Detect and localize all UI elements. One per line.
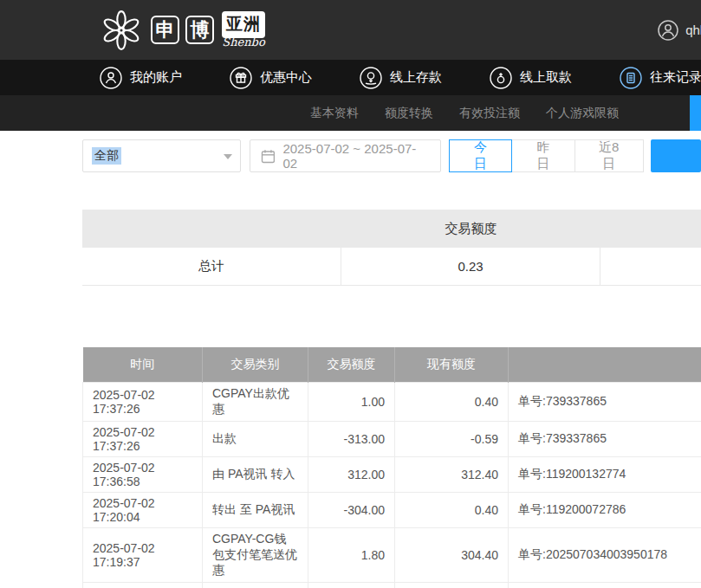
column-header-amount: 交易额度 [308, 347, 395, 382]
cell-balance: 304.40 [395, 527, 509, 582]
account-icon [100, 67, 122, 89]
brand-logo[interactable]: 申 博 亚洲 Shenbo [98, 9, 265, 52]
summary-total-label: 总计 [82, 248, 341, 285]
column-header-type: 交易类别 [203, 347, 308, 382]
cell-time: 2025-07-02 17:19:37 [83, 582, 203, 588]
date-range-value: 2025-07-02 ~ 2025-07-02 [282, 141, 429, 171]
table-row: 2025-07-02 17:19:37 CGPAY支付 300.00 302.6… [83, 582, 701, 588]
filter-bar: 全部 2025-07-02 ~ 2025-07-02 今日 昨日 近8日 [82, 139, 701, 174]
calendar-icon [261, 149, 276, 164]
nav-label: 我的账户 [130, 69, 182, 86]
search-button[interactable] [651, 139, 701, 172]
logo-region-label: 亚洲 [222, 11, 265, 38]
quick-date-buttons: 今日 昨日 近8日 [450, 139, 644, 172]
cell-summary: 单号:739337865 [509, 382, 701, 421]
cell-type: 出款 [203, 421, 308, 456]
cell-amount: -304.00 [308, 492, 395, 527]
type-select[interactable]: 全部 [82, 139, 241, 172]
nav-label: 优惠中心 [260, 69, 312, 86]
cell-time: 2025-07-02 17:20:04 [83, 492, 203, 527]
table-row: 2025-07-02 17:36:58 由 PA视讯 转入 312.00 312… [83, 456, 701, 492]
cell-balance: -0.59 [395, 421, 509, 456]
sub-nav: 基本资料 额度转换 有效投注额 个人游戏限额 [0, 95, 701, 131]
cell-amount: -313.00 [308, 421, 395, 456]
cell-summary: 单号:202507034003950178 [509, 582, 701, 588]
nav-item-promotions[interactable]: 优惠中心 [230, 67, 312, 89]
nav-item-online-deposit[interactable]: 线上存款 [360, 67, 442, 89]
cell-amount: 1.80 [308, 527, 395, 582]
summary-header-row: 交易额度 [82, 210, 701, 248]
cell-summary: 单号:119200132774 [509, 456, 701, 492]
table-row: 2025-07-02 17:19:37 CGPAY-CG钱包支付笔笔送优惠 1.… [83, 527, 701, 582]
logo-char-bo: 博 [185, 16, 214, 44]
cell-type: 由 PA视讯 转入 [203, 456, 308, 492]
main-nav: 我的账户 优惠中心 线上存款 线上取款 往来记录 [0, 60, 701, 95]
cell-balance: 0.40 [395, 382, 509, 421]
table-row: 2025-07-02 17:37:26 CGPAY出款优惠 1.00 0.40 … [83, 382, 701, 421]
cell-time: 2025-07-02 17:37:26 [83, 382, 203, 421]
cell-amount: 300.00 [308, 582, 395, 588]
yesterday-button[interactable]: 昨日 [511, 139, 574, 172]
column-header-time: 时间 [83, 347, 203, 382]
username-label: qhhw [685, 23, 701, 37]
nav-label: 往来记录 [650, 69, 701, 86]
date-range-input[interactable]: 2025-07-02 ~ 2025-07-02 [250, 139, 441, 172]
nav-item-transaction-records[interactable]: 往来记录 [620, 67, 701, 89]
flower-logo-icon [98, 9, 145, 52]
table-row: 2025-07-02 17:20:04 转出 至 PA视讯 -304.00 0.… [83, 492, 701, 527]
cell-summary: 单号:739337865 [509, 421, 701, 456]
summary-table: 交易额度 总计 0.23 [82, 210, 701, 286]
nav-item-online-withdrawal[interactable]: 线上取款 [490, 67, 572, 89]
logo-script-label: Shenbo [222, 36, 265, 48]
user-avatar-icon [658, 20, 678, 41]
table-row: 2025-07-02 17:37:26 出款 -313.00 -0.59 单号:… [83, 421, 701, 456]
cell-amount: 1.00 [308, 382, 395, 421]
summary-header-cut [600, 210, 701, 248]
withdraw-icon [490, 67, 512, 89]
logo-char-shen: 申 [151, 16, 179, 44]
summary-total-row: 总计 0.23 [82, 248, 701, 286]
table-header-row: 时间 交易类别 交易额度 现有额度 摘要 [83, 347, 701, 382]
top-header: 申 博 亚洲 Shenbo qhhw [0, 0, 701, 60]
subnav-item-basic-info[interactable]: 基本资料 [310, 106, 359, 121]
nav-label: 线上存款 [390, 69, 442, 86]
cell-balance: 302.60 [395, 582, 509, 588]
column-header-balance: 现有额度 [395, 347, 509, 382]
last-8-days-button[interactable]: 近8日 [574, 139, 644, 172]
nav-label: 线上取款 [520, 69, 572, 86]
summary-header-empty [82, 210, 341, 248]
summary-total-value: 0.23 [341, 248, 600, 285]
chevron-down-icon [224, 154, 232, 159]
cell-amount: 312.00 [308, 456, 395, 492]
cell-time: 2025-07-02 17:19:37 [83, 527, 203, 582]
cell-summary: 单号:202507034003950178 [509, 527, 701, 582]
promo-icon [230, 67, 252, 89]
subnav-item-personal-game-limit[interactable]: 个人游戏限额 [546, 106, 619, 121]
subnav-item-valid-bets[interactable]: 有效投注额 [459, 106, 520, 121]
column-header-summary: 摘要 [509, 347, 701, 382]
user-account-area[interactable]: qhhw [658, 0, 701, 60]
cell-type: CGPAY出款优惠 [203, 382, 308, 421]
subnav-item-credit-transfer[interactable]: 额度转换 [385, 106, 433, 121]
cell-type: CGPAY支付 [203, 582, 308, 588]
today-button[interactable]: 今日 [449, 139, 512, 172]
cell-time: 2025-07-02 17:36:58 [83, 456, 203, 492]
cell-balance: 0.40 [395, 492, 509, 527]
cell-time: 2025-07-02 17:37:26 [83, 421, 203, 456]
cell-balance: 312.40 [395, 456, 509, 492]
cell-type: CGPAY-CG钱包支付笔笔送优惠 [203, 527, 308, 582]
summary-total-cut [600, 248, 701, 285]
cell-type: 转出 至 PA视讯 [203, 492, 308, 527]
cell-summary: 单号:119200072786 [509, 492, 701, 527]
records-icon [620, 67, 642, 89]
logo-region-wrap: 亚洲 Shenbo [222, 11, 265, 48]
subnav-active-tab[interactable] [690, 95, 701, 131]
nav-item-my-account[interactable]: 我的账户 [100, 67, 182, 89]
deposit-icon [360, 67, 382, 89]
summary-header-amount: 交易额度 [341, 210, 600, 248]
type-select-value: 全部 [92, 147, 121, 165]
transactions-table: 时间 交易类别 交易额度 现有额度 摘要 2025-07-02 17:37:26… [82, 347, 701, 588]
